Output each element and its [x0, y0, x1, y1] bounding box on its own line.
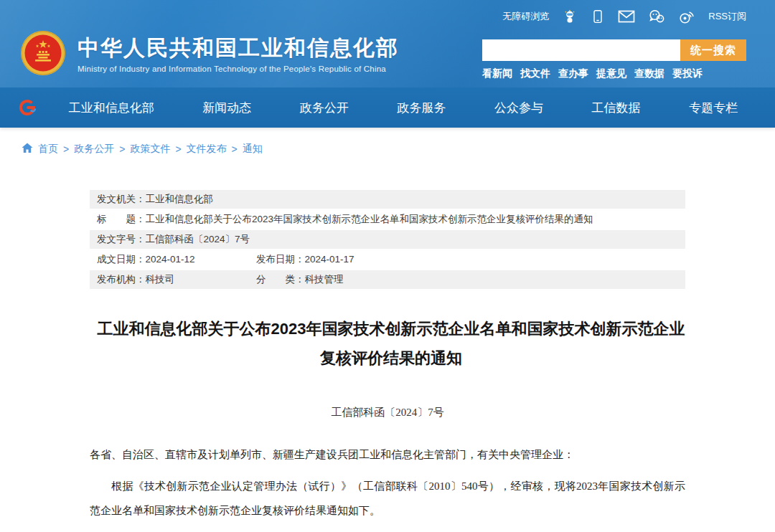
breadcrumb-item-notice[interactable]: 通知: [243, 143, 263, 156]
search-button[interactable]: 统一搜索: [680, 39, 746, 61]
nav-item-participation[interactable]: 公众参与: [494, 100, 543, 116]
doc-number: 工信部科函〔2024〕7号: [90, 406, 685, 419]
national-emblem-icon: [20, 30, 66, 79]
mail-icon[interactable]: [618, 9, 635, 24]
meta-label: 分 类：: [256, 270, 305, 289]
breadcrumb-separator: >: [63, 143, 69, 155]
meta-row-title: 标 题： 工业和信息化部关于公布2023年国家技术创新示范企业名单和国家技术创新…: [90, 210, 685, 229]
meta-row-issuing-agency: 发文机关： 工业和信息化部: [90, 190, 685, 209]
site-subtitle: Ministry of Industry and Information Tec…: [78, 65, 399, 73]
search-input[interactable]: [482, 39, 680, 61]
meta-value: 2024-01-17: [305, 250, 354, 269]
breadcrumb-item-policy-files[interactable]: 政策文件: [130, 143, 170, 156]
meta-label: 发布日期：: [256, 250, 305, 269]
meta-value: 工业和信息化部关于公布2023年国家技术创新示范企业名单和国家技术创新示范企业复…: [146, 210, 593, 229]
site-logo[interactable]: 中华人民共和国工业和信息化部 Ministry of Industry and …: [20, 30, 399, 79]
quick-link-data[interactable]: 查数据: [634, 67, 664, 80]
meta-value: 工信部科函〔2024〕7号: [146, 230, 250, 249]
quick-link-suggest[interactable]: 提意见: [596, 67, 626, 80]
quick-link-services[interactable]: 查办事: [558, 67, 588, 80]
quick-link-files[interactable]: 找文件: [520, 67, 550, 80]
meta-label: 发文机关：: [97, 190, 146, 209]
weibo-icon[interactable]: [678, 9, 695, 24]
quick-link-news[interactable]: 看新闻: [482, 67, 512, 80]
meta-row-dates: 成文日期： 2024-01-12 发布日期： 2024-01-17: [90, 250, 685, 269]
breadcrumb-separator: >: [119, 143, 125, 155]
accessibility-link[interactable]: 无障碍浏览: [502, 10, 549, 23]
meta-label: 成文日期：: [97, 250, 146, 269]
nav-list: 工业和信息化部 新闻动态 政务公开 政务服务 公众参与 工信数据 专题专栏: [44, 87, 762, 128]
salutation: 各省、自治区、直辖市及计划单列市、新疆生产建设兵团工业和信息化主管部门，有关中央…: [90, 445, 685, 465]
phone-icon[interactable]: [591, 9, 605, 24]
home-icon[interactable]: [22, 143, 33, 156]
meta-label: 发布机构：: [97, 270, 146, 289]
meta-label: 发文字号：: [97, 230, 146, 249]
wechat-icon[interactable]: [648, 9, 665, 24]
meta-value: 科技管理: [305, 270, 344, 289]
miit-e-logo-icon: [19, 99, 36, 119]
rss-link[interactable]: RSS订阅: [708, 10, 746, 23]
meta-value: 2024-01-12: [146, 250, 195, 269]
breadcrumb-separator: >: [175, 143, 181, 155]
nav-item-miit[interactable]: 工业和信息化部: [69, 100, 154, 116]
nav-item-news[interactable]: 新闻动态: [202, 100, 251, 116]
breadcrumb-item-file-release[interactable]: 文件发布: [187, 143, 227, 156]
nav-item-gov-service[interactable]: 政务服务: [397, 100, 446, 116]
quick-links: 看新闻 找文件 查办事 提意见 查数据 要投诉: [482, 67, 746, 80]
robot-icon[interactable]: [562, 9, 578, 24]
breadcrumb-item-home[interactable]: 首页: [38, 143, 58, 156]
nav-item-gov-open[interactable]: 政务公开: [300, 100, 349, 116]
breadcrumb: 首页 > 政务公开 > 政策文件 > 文件发布 > 通知: [22, 143, 775, 156]
site-title-group: 中华人民共和国工业和信息化部 Ministry of Industry and …: [78, 36, 399, 73]
search-block: 统一搜索 看新闻 找文件 查办事 提意见 查数据 要投诉: [482, 39, 746, 80]
nav-item-data[interactable]: 工信数据: [592, 100, 641, 116]
breadcrumb-separator: >: [232, 143, 238, 155]
content: 发文机关： 工业和信息化部 标 题： 工业和信息化部关于公布2023年国家技术创…: [90, 190, 685, 523]
breadcrumb-item-gov-open[interactable]: 政务公开: [74, 143, 114, 156]
meta-value: 科技司: [146, 270, 175, 289]
nav-item-topics[interactable]: 专题专栏: [689, 100, 738, 116]
article-title: 工业和信息化部关于公布2023年国家技术创新示范企业名单和国家技术创新示范企业复…: [90, 315, 692, 373]
site-header: 无障碍浏览: [0, 0, 775, 128]
meta-row-publisher-category: 发布机构： 科技司 分 类： 科技管理: [90, 270, 685, 289]
quick-link-complaint[interactable]: 要投诉: [672, 67, 703, 80]
body-paragraph: 根据《技术创新示范企业认定管理办法（试行）》（工信部联科〔2010〕540号），…: [90, 475, 685, 523]
site-title: 中华人民共和国工业和信息化部: [78, 36, 399, 61]
main-nav: 工业和信息化部 新闻动态 政务公开 政务服务 公众参与 工信数据 专题专栏: [0, 87, 775, 128]
meta-value: 工业和信息化部: [146, 190, 214, 209]
meta-label: 标 题：: [97, 210, 146, 229]
topbar: 无障碍浏览: [502, 9, 746, 24]
meta-row-doc-number: 发文字号： 工信部科函〔2024〕7号: [90, 230, 685, 249]
meta-table: 发文机关： 工业和信息化部 标 题： 工业和信息化部关于公布2023年国家技术创…: [90, 190, 685, 289]
